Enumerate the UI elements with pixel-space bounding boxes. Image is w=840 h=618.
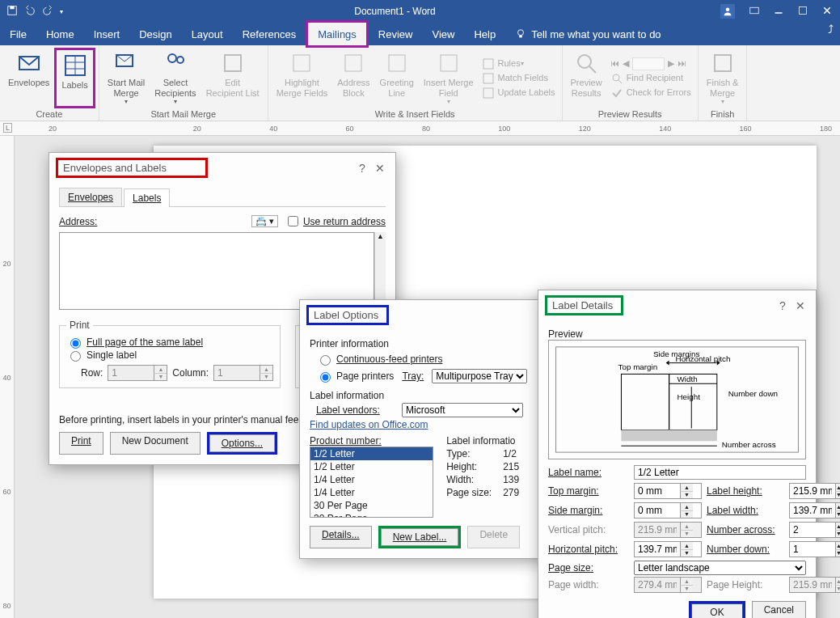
print-button[interactable]: Print [59, 432, 103, 455]
match-fields-button: Match Fields [479, 71, 559, 86]
product-listbox[interactable]: 1/2 Letter 1/2 Letter 1/4 Letter 1/4 Let… [310, 447, 433, 518]
tab-insert[interactable]: Insert [84, 23, 130, 45]
sidemargin-input[interactable] [635, 503, 680, 518]
select-recipients-button[interactable]: Select Recipients▾ [150, 48, 201, 108]
check-label: Check for Errors [627, 87, 691, 98]
label-details-dialog: Label Details ? ✕ Preview Side margins T… [538, 290, 817, 618]
page-printers-option[interactable]: Page printers [316, 370, 394, 383]
label-details-title: Label Details [552, 299, 613, 311]
find-updates-link[interactable]: Find updates on Office.com [310, 419, 428, 430]
vruler-tick: 40 [2, 374, 11, 382]
address-textarea[interactable] [59, 232, 374, 310]
tab-design[interactable]: Design [129, 23, 181, 45]
use-return-checkbox[interactable] [288, 216, 298, 226]
list-item[interactable]: 30 Per Page [310, 499, 433, 512]
pagesize-select[interactable]: Letter landscape [634, 561, 806, 575]
minimize-icon[interactable] [774, 6, 783, 18]
hpitch-input[interactable] [635, 542, 680, 557]
tab-view[interactable]: View [422, 23, 464, 45]
single-radio[interactable] [70, 351, 81, 362]
undo-icon[interactable] [24, 5, 36, 19]
hpitch-spin[interactable]: ▲▼ [634, 541, 702, 557]
tab-references[interactable]: References [233, 23, 306, 45]
ribbon-display-icon[interactable] [749, 6, 759, 18]
nav-record: ⏮ ◀ ▶ ⏭ [607, 57, 694, 71]
numacross-input[interactable] [790, 523, 835, 537]
full-page-option[interactable]: Full page of the same label [66, 336, 273, 349]
tab-help[interactable]: Help [464, 23, 505, 45]
tray-select[interactable]: Multipurpose Tray [432, 369, 527, 383]
tell-me-search[interactable]: Tell me what you want to do [505, 23, 670, 45]
labelheight-spin[interactable]: ▲▼ [789, 483, 840, 499]
vendors-label: Label vendors: [316, 404, 397, 416]
find-recipient-button: Find Recipient [607, 71, 694, 86]
rules-icon [482, 57, 495, 70]
tab-layout[interactable]: Layout [182, 23, 233, 45]
ruler-tick: 160 [740, 125, 752, 133]
group-writeinsert-label: Write & Insert Fields [272, 108, 559, 121]
sidemargin-spin[interactable]: ▲▼ [634, 502, 702, 519]
lightbulb-icon [515, 28, 526, 40]
tab-review[interactable]: Review [369, 23, 423, 45]
labelname-input[interactable] [634, 465, 806, 480]
svg-rect-9 [519, 36, 522, 38]
ruler-unit-icon[interactable]: L [3, 123, 12, 133]
labelwidth-input[interactable] [790, 503, 835, 518]
tab-home[interactable]: Home [36, 23, 84, 45]
close-icon[interactable] [822, 6, 832, 18]
scrollbar[interactable]: ▲▼ [374, 232, 386, 310]
use-return-address[interactable]: Use return address [285, 214, 386, 229]
vendors-select[interactable]: Microsoft [402, 403, 523, 417]
numdown-input[interactable] [790, 542, 835, 557]
numacross-spin[interactable]: ▲▼ [789, 522, 840, 538]
single-label-option[interactable]: Single label [66, 349, 273, 362]
topmargin-spin[interactable]: ▲▼ [634, 483, 702, 499]
continuous-option[interactable]: Continuous-feed printers [310, 353, 539, 366]
dialog-help-icon[interactable]: ? [353, 162, 371, 175]
start-mail-merge-button[interactable]: Start Mail Merge▾ [103, 48, 150, 108]
labelheight-input[interactable] [790, 484, 835, 498]
redo-icon[interactable] [42, 5, 53, 19]
address-book-icon[interactable]: 📇 ▾ [251, 215, 278, 227]
dialog-close-icon[interactable]: ✕ [791, 299, 809, 312]
ruler-tick: 60 [346, 125, 354, 133]
qat-dropdown-icon[interactable]: ▾ [60, 8, 63, 15]
labels-button[interactable]: Labels [54, 48, 95, 108]
maximize-icon[interactable] [798, 6, 808, 18]
edit-recipient-list-button: Edit Recipient List [201, 48, 264, 108]
topmargin-input[interactable] [635, 484, 680, 498]
ok-button[interactable]: OK [691, 603, 742, 618]
cancel-button[interactable]: Cancel [752, 601, 806, 618]
list-item[interactable]: 1/4 Letter [310, 473, 433, 486]
numdown-spin[interactable]: ▲▼ [789, 541, 840, 557]
pageheight-spin: ▲▼ [789, 577, 840, 593]
continuous-label: Continuous-feed printers [336, 353, 442, 365]
share-icon[interactable]: ⤴ [828, 23, 840, 45]
tab-file[interactable]: File [0, 23, 36, 45]
list-item[interactable]: 30 Per Page [310, 512, 433, 518]
vpitch-input [635, 523, 680, 537]
tab-mailings[interactable]: Mailings [306, 20, 369, 48]
new-document-button[interactable]: New Document [110, 432, 201, 455]
svg-rect-32 [621, 374, 669, 430]
new-label-button[interactable]: New Label... [381, 528, 459, 546]
dialog-help-icon[interactable]: ? [774, 299, 791, 312]
save-icon[interactable] [6, 5, 18, 19]
details-button[interactable]: Details... [310, 526, 372, 548]
envelopes-button[interactable]: Envelopes [3, 48, 54, 108]
options-button[interactable]: Options... [209, 434, 275, 452]
dialog-close-icon[interactable]: ✕ [371, 162, 389, 175]
page-radio[interactable] [320, 372, 331, 383]
finish-merge-button: Finish & Merge▾ [702, 48, 744, 108]
full-page-radio[interactable] [70, 338, 81, 349]
continuous-radio[interactable] [320, 355, 331, 366]
svg-text:Top margin: Top margin [618, 362, 658, 371]
list-item[interactable]: 1/4 Letter [310, 486, 433, 499]
labelwidth-spin[interactable]: ▲▼ [789, 502, 840, 519]
tab-envelopes[interactable]: Envelopes [59, 188, 122, 206]
account-icon[interactable] [720, 4, 735, 19]
list-item[interactable]: 1/2 Letter [310, 447, 433, 460]
insert-merge-label: Insert Merge Field [424, 78, 474, 98]
list-item[interactable]: 1/2 Letter [310, 460, 433, 473]
tab-labels[interactable]: Labels [124, 188, 170, 207]
